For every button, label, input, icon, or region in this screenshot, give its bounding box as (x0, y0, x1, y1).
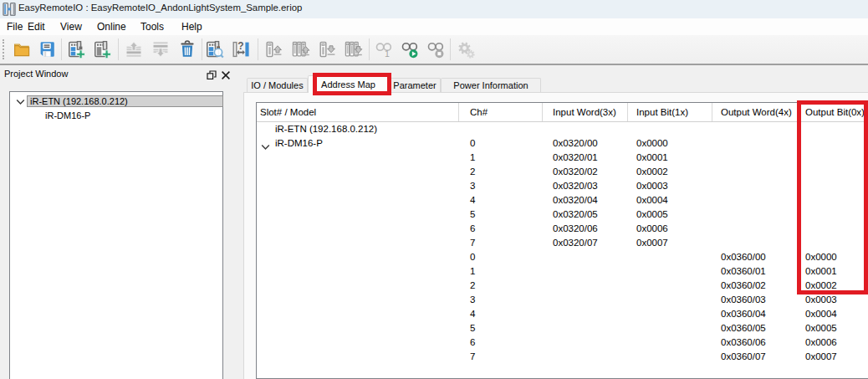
upload-module-button[interactable] (263, 39, 283, 59)
toolbar-separator (258, 38, 258, 60)
table-row[interactable]: 40x0320/040x0004 (257, 193, 868, 207)
cell-ch: 4 (470, 307, 475, 321)
cell-input-bit: 0x0000 (636, 136, 668, 151)
address-map-table: Slot# / ModelCh#Input Word(3x)Input Bit(… (256, 102, 868, 379)
download-module-button[interactable] (317, 39, 337, 59)
cell-output-bit: 0x0003 (805, 293, 837, 307)
assign-address-button[interactable]: ? (231, 39, 251, 59)
move-module-down-button[interactable] (151, 39, 171, 59)
table-row[interactable]: 20x0320/020x0002 (257, 165, 868, 179)
toolbar-separator (61, 38, 62, 60)
cell-input-word: 0x0320/05 (553, 207, 598, 222)
tree-expander-chevron-icon[interactable] (16, 97, 25, 104)
table-row[interactable]: 30x0320/030x0003 (257, 179, 868, 193)
cell-input-word: 0x0320/07 (553, 236, 598, 250)
table-row[interactable]: 60x0320/060x0006 (257, 222, 868, 236)
cell-input-bit: 0x0003 (636, 179, 668, 193)
cell-slot-model: iR-ETN (192.168.0.212) (275, 122, 377, 136)
column-header-output-word-4x-[interactable]: Output Word(4x) (712, 103, 799, 121)
move-module-up-button[interactable] (124, 39, 144, 59)
cell-ch: 2 (470, 165, 475, 179)
add-io-module-icon (93, 39, 113, 59)
table-row[interactable]: 30x0360/030x0003 (257, 293, 868, 307)
toolbar-separator (450, 38, 451, 60)
tab-io-modules[interactable]: IO / Modules (247, 78, 308, 93)
menu-tools[interactable]: Tools (135, 18, 170, 35)
table-row[interactable]: 10x0320/010x0001 (257, 151, 868, 165)
table-row[interactable]: 10x0360/010x0001 (257, 264, 868, 279)
cell-input-bit: 0x0002 (636, 165, 668, 179)
float-panel-icon[interactable] (207, 70, 217, 80)
column-header-input-word-3x-[interactable]: Input Word(3x) (543, 103, 628, 121)
column-header-slot-model[interactable]: Slot# / Model (257, 103, 459, 121)
cell-ch: 7 (470, 350, 475, 364)
column-header-ch-[interactable]: Ch# (459, 103, 543, 121)
cell-output-bit: 0x0006 (805, 335, 837, 350)
assign-address-icon: ? (231, 39, 251, 59)
menu-help[interactable]: Help (176, 18, 208, 35)
svg-text:1: 1 (385, 49, 390, 59)
table-row[interactable]: 50x0320/050x0005 (257, 207, 868, 222)
cell-output-word: 0x0360/07 (721, 350, 766, 364)
tree-node-ir-dm16p[interactable]: iR-DM16-P (45, 109, 90, 122)
tree-node-ir-etn[interactable]: iR-ETN (192.168.0.212) (27, 95, 223, 107)
toolbar: ?1 (0, 35, 868, 65)
upload-all-modules-button[interactable] (291, 39, 311, 59)
cell-output-word: 0x0360/00 (721, 250, 766, 264)
menu-bar: FileEditViewOnlineToolsHelp (0, 18, 868, 35)
table-row[interactable]: 50x0360/050x0005 (257, 321, 868, 335)
table-row[interactable]: iR-ETN (192.168.0.212) (257, 122, 868, 136)
add-io-module-button[interactable] (93, 39, 113, 59)
cell-ch: 7 (470, 236, 475, 250)
toolbar-separator (369, 38, 370, 60)
close-panel-icon[interactable] (221, 70, 231, 80)
cell-ch: 1 (470, 151, 475, 165)
cell-output-word: 0x0360/05 (721, 321, 766, 335)
table-row[interactable]: 70x0320/070x0007 (257, 236, 868, 250)
tab-parameter[interactable]: Parameter (389, 78, 441, 93)
scan-modules-button[interactable] (205, 39, 225, 59)
download-all-icon (344, 39, 364, 59)
menu-online[interactable]: Online (91, 18, 132, 35)
monitor-stop-button[interactable] (426, 39, 446, 59)
cell-ch: 5 (470, 207, 475, 222)
monitor-one-icon: 1 (374, 39, 394, 59)
cell-input-word: 0x0320/06 (553, 222, 598, 236)
row-expander-chevron-icon[interactable] (261, 141, 270, 147)
delete-module-button[interactable] (177, 39, 197, 59)
open-project-button[interactable] (12, 39, 32, 59)
settings-button[interactable] (456, 39, 476, 59)
upload-all-icon (291, 39, 311, 59)
move-down-icon (151, 39, 171, 59)
table-row[interactable]: 60x0360/060x0006 (257, 335, 868, 350)
cell-output-word: 0x0360/01 (721, 264, 766, 279)
monitor-start-button[interactable] (400, 39, 420, 59)
menu-edit[interactable]: Edit (22, 18, 51, 35)
menu-view[interactable]: View (54, 18, 88, 35)
scan-module-icon (205, 39, 225, 59)
table-row[interactable]: iR-DM16-P00x0320/000x0000 (257, 136, 868, 151)
download-all-modules-button[interactable] (344, 39, 364, 59)
add-remote-io-button[interactable] (67, 39, 87, 59)
toolbar-grip[interactable] (3, 39, 4, 59)
table-row[interactable]: 70x0360/070x0007 (257, 350, 868, 364)
cell-input-word: 0x0320/00 (553, 136, 598, 151)
app-logo-icon (3, 3, 16, 16)
move-up-icon (124, 39, 144, 59)
project-window-title: Project Window (4, 69, 68, 79)
red-annotation-address-map-tab (313, 73, 391, 95)
download-single-icon (317, 39, 337, 59)
table-row[interactable]: 00x0360/000x0000 (257, 250, 868, 264)
table-row[interactable]: 20x0360/020x0002 (257, 279, 868, 293)
monitor-single-button[interactable]: 1 (374, 39, 394, 59)
cell-ch: 6 (470, 335, 475, 350)
tab-power-information[interactable]: Power Information (441, 78, 541, 93)
trash-icon (177, 39, 197, 59)
cell-input-word: 0x0320/02 (553, 165, 598, 179)
save-project-button[interactable] (37, 39, 57, 59)
table-header-row: Slot# / ModelCh#Input Word(3x)Input Bit(… (257, 103, 868, 122)
table-row[interactable]: 40x0360/040x0004 (257, 307, 868, 321)
column-header-input-bit-1x-[interactable]: Input Bit(1x) (628, 103, 712, 121)
easyremoteio-window: EasyRemoteIO : EasyRemoteIO_AndonLightSy… (0, 0, 868, 379)
cell-input-bit: 0x0004 (636, 193, 668, 207)
